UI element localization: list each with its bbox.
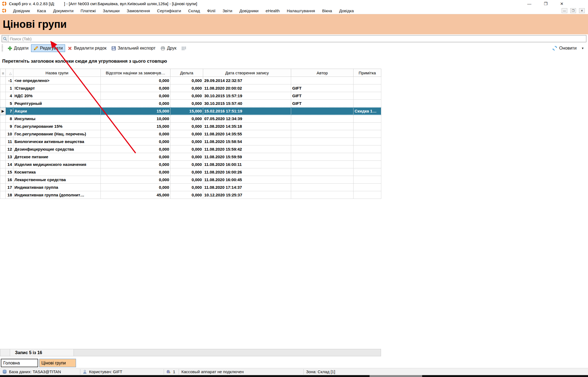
cell-created[interactable]: 10.12.2020 15:25:37 — [203, 191, 291, 199]
cell-percent[interactable]: 0,000 — [101, 161, 170, 168]
cell-name[interactable]: Индикативная группа — [13, 184, 101, 191]
cell-percent[interactable]: 45,000 — [101, 191, 170, 199]
table-row[interactable]: 18Индикативная группа (дополнит…45,0000,… — [0, 191, 381, 199]
column-header-created[interactable]: Дата створення запису — [203, 69, 291, 77]
cell-name[interactable]: Инсулины — [13, 115, 101, 123]
cell-id[interactable]: 7 — [6, 107, 13, 115]
cell-note[interactable] — [354, 191, 381, 199]
export-button[interactable]: Загальний експорт — [109, 44, 158, 52]
mdi-restore-icon[interactable]: ❐ — [570, 8, 576, 13]
tab-price-groups[interactable]: Цінові групи — [39, 359, 76, 367]
column-header-note[interactable]: Примітка — [354, 69, 381, 77]
edit-button[interactable]: Редагувати — [31, 44, 65, 52]
row-marker[interactable] — [0, 138, 6, 145]
table-row[interactable]: 8Инсулины10,0000,00007.05.2020 12:34:39 — [0, 115, 381, 123]
cell-id[interactable]: 4 — [6, 92, 13, 100]
menu-item-9[interactable]: Філії — [203, 8, 219, 14]
cell-id[interactable]: -1 — [6, 77, 13, 84]
column-chooser-icon[interactable]: ≣ — [0, 69, 6, 77]
table-row[interactable]: 17Индикативная группа0,0000,00011.08.202… — [0, 184, 381, 191]
cell-id[interactable]: 12 — [6, 145, 13, 153]
row-marker[interactable] — [0, 100, 6, 107]
cell-id[interactable]: 14 — [6, 161, 13, 168]
cell-created[interactable]: 11.08.2020 17:14:37 — [203, 184, 291, 191]
table-row[interactable]: ▶7Акции15,00015,00015.02.2016 17:51:19Ск… — [0, 107, 381, 115]
cell-id[interactable]: 9 — [6, 123, 13, 130]
minimize-icon[interactable]: — — [527, 2, 531, 6]
cell-percent[interactable]: 0,000 — [101, 153, 170, 161]
cell-name[interactable]: Лекарственные средства — [13, 176, 101, 184]
cell-author[interactable] — [291, 176, 354, 184]
row-marker[interactable] — [0, 161, 6, 168]
cell-note[interactable] — [354, 168, 381, 176]
cell-note[interactable] — [354, 84, 381, 92]
print-button[interactable]: Друк — [158, 44, 179, 52]
cell-percent[interactable]: 15,000 — [101, 123, 170, 130]
tab-home[interactable]: Головна — [1, 359, 38, 367]
cell-created[interactable]: 11.08.2020 16:00:45 — [203, 176, 291, 184]
column-header-name[interactable]: Назва групи — [13, 69, 101, 77]
cell-name[interactable]: Изделия медицинского назначения — [13, 161, 101, 168]
table-row[interactable]: 13Детское питание0,0000,00011.08.2020 15… — [0, 153, 381, 161]
cell-id[interactable]: 8 — [6, 115, 13, 123]
cell-created[interactable]: 30.10.2015 15:57:40 — [203, 100, 291, 107]
menu-item-10[interactable]: Звіти — [219, 8, 236, 14]
cell-author[interactable] — [291, 107, 354, 115]
menu-item-13[interactable]: Налаштування — [283, 8, 319, 14]
row-marker[interactable] — [0, 145, 6, 153]
table-row[interactable]: 5Рецептурный0,0000,00030.10.2015 15:57:4… — [0, 100, 381, 107]
cell-percent[interactable]: 0,000 — [101, 130, 170, 138]
cell-name[interactable]: Косметика — [13, 168, 101, 176]
cell-note[interactable] — [354, 138, 381, 145]
cell-author[interactable]: GIFT — [291, 84, 354, 92]
column-header-delta[interactable]: Дельта — [170, 69, 203, 77]
cell-note[interactable] — [354, 92, 381, 100]
cell-created[interactable]: 11.08.2020 14:35:18 — [203, 123, 291, 130]
cell-author[interactable]: GIFT — [291, 100, 354, 107]
cell-name[interactable]: Дезинфицирующие средства — [13, 145, 101, 153]
cell-created[interactable]: 29.09.2014 22:32:57 — [203, 77, 291, 84]
cell-note[interactable] — [354, 100, 381, 107]
menu-item-15[interactable]: Довідка — [336, 8, 357, 14]
cell-author[interactable] — [291, 161, 354, 168]
cell-id[interactable]: 16 — [6, 176, 13, 184]
cell-note[interactable] — [354, 145, 381, 153]
cell-id[interactable]: 15 — [6, 168, 13, 176]
close-icon[interactable]: ✕ — [560, 2, 563, 6]
cell-note[interactable] — [354, 184, 381, 191]
cell-delta[interactable]: 0,000 — [170, 130, 203, 138]
cell-percent[interactable]: 10,000 — [101, 115, 170, 123]
cell-author[interactable] — [291, 115, 354, 123]
search-icon[interactable] — [2, 35, 8, 42]
row-marker[interactable] — [0, 153, 6, 161]
cell-percent[interactable]: 15,000 — [101, 107, 170, 115]
cell-percent[interactable]: 0,000 — [101, 176, 170, 184]
cell-note[interactable] — [354, 115, 381, 123]
mdi-close-icon[interactable]: ✕ — [579, 8, 585, 13]
cell-name[interactable]: Биологически активные вещества — [13, 138, 101, 145]
cell-delta[interactable]: 0,000 — [170, 123, 203, 130]
cell-created[interactable]: 11.08.2020 15:58:54 — [203, 138, 291, 145]
cell-percent[interactable]: 0,000 — [101, 84, 170, 92]
cell-delta[interactable]: 0,000 — [170, 115, 203, 123]
cell-percent[interactable]: 0,000 — [101, 100, 170, 107]
cell-note[interactable] — [354, 123, 381, 130]
column-header-author[interactable]: Автор — [291, 69, 354, 77]
cell-id[interactable]: 5 — [6, 100, 13, 107]
cell-created[interactable]: 11.08.2020 16:00:11 — [203, 161, 291, 168]
cell-created[interactable]: 15.02.2016 17:51:19 — [203, 107, 291, 115]
cell-percent[interactable]: 0,000 — [101, 168, 170, 176]
cell-percent[interactable]: 0,000 — [101, 184, 170, 191]
delete-row-button[interactable]: Видалити рядок — [65, 44, 109, 52]
cell-delta[interactable]: 0,000 — [170, 168, 203, 176]
cell-name[interactable]: Гос.регулирование 15% — [13, 123, 101, 130]
cell-created[interactable]: 30.10.2015 15:57:19 — [203, 92, 291, 100]
table-row[interactable]: 11Биологически активные вещества0,0000,0… — [0, 138, 381, 145]
search-input[interactable] — [8, 36, 586, 42]
menu-item-6[interactable]: Замовлення — [123, 8, 153, 14]
row-marker[interactable]: ▶ — [0, 107, 6, 115]
cell-author[interactable] — [291, 130, 354, 138]
cell-delta[interactable]: 0,000 — [170, 77, 203, 84]
cell-created[interactable]: 11.08.2020 16:00:26 — [203, 168, 291, 176]
refresh-button[interactable]: Оновити — [550, 44, 579, 52]
